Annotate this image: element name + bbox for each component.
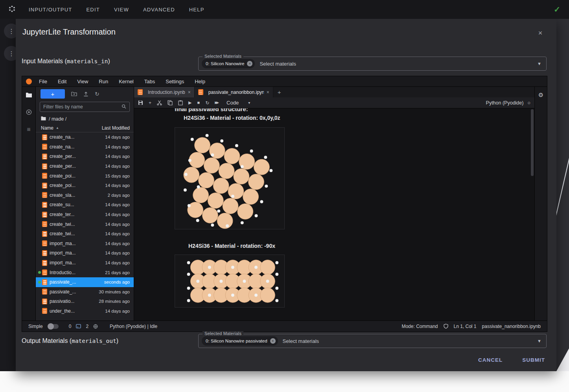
kernel-indicator[interactable]: Python (Pyodide) ○ — [486, 100, 530, 106]
jupyter-menu[interactable]: Settings — [166, 79, 184, 84]
file-row[interactable]: create_ter... 14 days ago — [36, 210, 134, 220]
select-legend: Selected Materials — [203, 54, 243, 59]
jupyter-menu[interactable]: Kernel — [119, 79, 134, 84]
file-row[interactable]: import_ma... 14 days ago — [36, 248, 134, 258]
notebook-scrollbar[interactable] — [531, 109, 534, 176]
file-row[interactable]: import_ma... 14 days ago — [36, 239, 134, 249]
material-chip[interactable]: 0: Silicon Nanowire × — [202, 59, 255, 68]
cursor-position[interactable]: Ln 1, Col 1 — [454, 324, 477, 329]
jupyter-menu[interactable]: View — [77, 79, 88, 84]
topbar-menu[interactable]: INPUT/OUTPUT — [29, 7, 72, 13]
upload-icon[interactable] — [83, 92, 88, 97]
dot-placeholder — [38, 136, 41, 139]
dot-placeholder — [38, 155, 41, 158]
jupyter-menu[interactable]: Run — [99, 79, 108, 84]
toggle-knob — [48, 323, 54, 330]
paste-cells-icon[interactable] — [178, 100, 183, 105]
jupyterlite-logo-icon — [26, 79, 32, 84]
file-row[interactable]: create_sla... 2 days ago — [36, 191, 134, 200]
tab[interactable]: Introduction.ipynb × — [134, 87, 195, 97]
notebook-file-icon — [42, 173, 47, 179]
chip-remove-icon[interactable]: × — [270, 338, 276, 344]
jupyterlite-transformation-dialog: JupyterLite Transformation × Input Mater… — [16, 19, 556, 371]
jupyter-menu[interactable]: Edit — [58, 79, 66, 84]
status-bar: Simple 0 2 Python (Pyodide) | Idle Mode:… — [22, 321, 547, 332]
new-launcher-button[interactable]: + — [41, 89, 65, 99]
insert-cell-icon[interactable]: + — [149, 101, 151, 105]
topbar-menu[interactable]: ADVANCED — [143, 7, 175, 13]
file-browser-icon[interactable] — [26, 92, 32, 99]
file-row[interactable]: under_the... 14 days ago — [36, 306, 134, 316]
output-materials-select[interactable]: Selected Materials 0: Silicon Nanowire p… — [198, 334, 547, 348]
gear-icon[interactable]: ⚙ — [538, 92, 543, 99]
interrupt-kernel-icon[interactable]: ■ — [197, 101, 200, 105]
file-row[interactable]: import_ma... 14 days ago — [36, 258, 134, 268]
simple-mode-toggle[interactable] — [48, 324, 59, 329]
dot-placeholder — [38, 262, 41, 264]
cut-cells-icon[interactable] — [157, 100, 162, 105]
run-cell-icon[interactable]: ▶ — [188, 101, 192, 105]
active-file-name[interactable]: passivate_nanoribbon.ipynb — [482, 324, 541, 329]
file-list-header[interactable]: Name ▲ Last Modified — [36, 124, 134, 132]
chip-remove-icon[interactable]: × — [247, 61, 252, 66]
material-chip[interactable]: 0: Silicon Nanowire passivated × — [202, 336, 278, 346]
file-modified: 14 days ago — [105, 154, 130, 159]
file-row[interactable]: create_per... 14 days ago — [36, 161, 134, 171]
file-row[interactable]: passivatio... 28 minutes ago — [36, 297, 134, 306]
file-row[interactable]: create_poi... 14 days ago — [36, 181, 134, 191]
column-last-modified[interactable]: Last Modified — [102, 125, 130, 131]
new-folder-icon[interactable] — [71, 92, 77, 96]
file-row[interactable]: Introductio... 21 days ago — [36, 267, 134, 277]
notebook-file-icon — [42, 192, 47, 198]
dialog-close-icon[interactable]: × — [536, 29, 545, 37]
file-row[interactable]: create_poi... 15 days ago — [36, 171, 134, 181]
tab-label: passivate_nanoribbon.ipynb — [208, 90, 264, 95]
input-materials-select[interactable]: Selected Materials 0: Silicon Nanowire ×… — [198, 57, 547, 71]
jupyter-menu[interactable]: Help — [195, 79, 205, 84]
jupyter-menu[interactable]: Tabs — [144, 79, 155, 84]
jupyter-menu[interactable]: File — [39, 79, 47, 84]
select-caret-icon: ▼ — [537, 339, 541, 343]
file-row[interactable]: create_twi... 14 days ago — [36, 219, 134, 229]
file-name: import_ma... — [50, 241, 105, 246]
file-row[interactable]: create_twi... 14 days ago — [36, 229, 134, 239]
restart-kernel-icon[interactable]: ↻ — [205, 101, 209, 105]
kernel-status-text[interactable]: Python (Pyodide) | Idle — [110, 324, 157, 329]
chevron-down-icon: ▾ — [248, 101, 250, 105]
notebook-toolbar: + ▶ ■ ↻ ▶▶ — [134, 97, 534, 108]
add-tab-button[interactable]: + — [273, 87, 285, 97]
breadcrumb[interactable]: / made / — [36, 114, 134, 124]
file-name: create_na... — [50, 144, 105, 150]
cell-type-dropdown[interactable]: Code ▾ — [226, 100, 250, 106]
copy-cells-icon[interactable] — [168, 100, 173, 105]
file-row[interactable]: create_su... 14 days ago — [36, 200, 134, 210]
file-row[interactable]: passivate_... 30 minutes ago — [36, 287, 134, 297]
file-row[interactable]: passivate_... seconds ago — [36, 277, 134, 287]
file-name: Introductio... — [50, 270, 105, 275]
cancel-button[interactable]: CANCEL — [477, 355, 504, 365]
jupyter-menu-bar: FileEditViewRunKernelTabsSettingsHelp — [22, 76, 547, 87]
column-name[interactable]: Name — [41, 125, 53, 131]
file-row[interactable]: create_na... 14 days ago — [36, 142, 134, 152]
tab-close-icon[interactable]: × — [267, 90, 269, 95]
running-sessions-icon[interactable] — [26, 109, 32, 116]
restart-run-all-icon[interactable]: ▶▶ — [215, 101, 218, 104]
file-row[interactable]: create_per... 14 days ago — [36, 152, 134, 161]
submit-button[interactable]: SUBMIT — [521, 355, 547, 365]
topbar-menu[interactable]: EDIT — [86, 7, 99, 13]
tab-active[interactable]: passivate_nanoribbon.ipynb × — [195, 87, 273, 97]
save-icon[interactable] — [138, 100, 143, 105]
confirm-check-icon[interactable]: ✓ — [554, 5, 560, 14]
file-list: create_na... 14 days ago create_na... 14… — [36, 132, 134, 321]
filter-files-input[interactable] — [43, 104, 122, 110]
dialog-title: JupyterLite Transformation — [22, 27, 116, 37]
topbar-menu[interactable]: HELP — [189, 7, 204, 13]
notebook-file-icon — [42, 299, 47, 304]
topbar-menu[interactable]: VIEW — [114, 7, 129, 13]
file-row[interactable]: create_na... 14 days ago — [36, 132, 134, 142]
app-logo-icon[interactable] — [9, 5, 15, 14]
refresh-file-list-icon[interactable]: ↻ — [95, 91, 99, 97]
table-of-contents-icon[interactable]: ≡ — [27, 126, 30, 133]
tab-close-icon[interactable]: × — [188, 90, 191, 95]
jupyter-menubar-items: FileEditViewRunKernelTabsSettingsHelp — [39, 79, 205, 84]
